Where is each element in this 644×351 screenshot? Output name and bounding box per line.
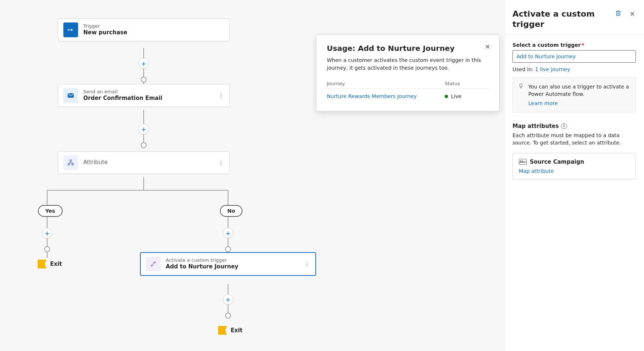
- attribute-card[interactable]: Abc Source Campaign Map attribute: [512, 153, 636, 180]
- col-status-header: Status: [445, 81, 489, 86]
- used-in-text: Used in: 1 live journey: [512, 66, 636, 72]
- panel-title: Activate a custom trigger: [512, 9, 597, 29]
- node-send-email[interactable]: Send an email Order Confirmation Email ⋮: [58, 84, 230, 107]
- node-activate-trigger[interactable]: Activate a custom trigger Add to Nurture…: [140, 252, 316, 276]
- node-more-menu[interactable]: ⋮: [218, 92, 224, 99]
- node-more-menu[interactable]: ⋮: [304, 261, 310, 268]
- add-step-button[interactable]: +: [139, 124, 149, 134]
- close-panel-button[interactable]: ✕: [629, 9, 636, 19]
- col-journey-header: Journey: [327, 81, 445, 86]
- custom-trigger-select[interactable]: Add to Nurture Journey: [512, 50, 636, 63]
- info-icon[interactable]: i: [561, 123, 567, 129]
- usage-journey-row: Nurture Rewards Members Journey Live: [327, 88, 489, 104]
- node-title: Add to Nurture Journey: [166, 263, 238, 271]
- usage-journey-link[interactable]: Nurture Rewards Members Journey: [327, 93, 445, 99]
- usage-status: Live: [451, 93, 462, 99]
- select-trigger-label: Select a custom trigger*: [512, 42, 636, 48]
- connector-node: [141, 77, 147, 83]
- exit-label: Exit: [231, 327, 242, 334]
- flag-icon: [38, 260, 46, 268]
- add-step-button[interactable]: +: [223, 294, 233, 305]
- usage-title: Usage: Add to Nurture Journey: [327, 44, 489, 53]
- learn-more-link[interactable]: Learn more: [528, 100, 558, 107]
- map-attributes-desc: Each attribute must be mapped to a data …: [512, 132, 636, 147]
- node-trigger[interactable]: Trigger New purchase: [58, 18, 230, 41]
- activate-trigger-icon: [146, 257, 161, 271]
- properties-panel: Activate a custom trigger ✕ Select a cus…: [504, 0, 644, 351]
- status-live-icon: [445, 95, 448, 98]
- node-title: New purchase: [83, 29, 127, 37]
- attribute-name: Source Campaign: [530, 159, 584, 165]
- close-button[interactable]: ✕: [483, 42, 493, 51]
- svg-point-18: [151, 265, 152, 266]
- trigger-icon: [63, 22, 78, 37]
- used-in-link[interactable]: 1 live journey: [535, 66, 570, 72]
- exit-marker: Exit: [218, 326, 242, 335]
- node-sub: Activate a custom trigger: [166, 257, 238, 263]
- delete-button[interactable]: [614, 9, 622, 19]
- node-attribute[interactable]: Attribute ⋮: [58, 151, 230, 174]
- add-step-button[interactable]: +: [223, 228, 233, 238]
- branch-yes[interactable]: Yes: [38, 205, 63, 217]
- flag-icon: [218, 326, 227, 335]
- add-step-button[interactable]: +: [42, 228, 52, 238]
- lightbulb-icon: [518, 83, 524, 91]
- email-icon: [63, 88, 78, 103]
- map-attributes-header: Map attributes i: [512, 123, 636, 129]
- svg-rect-20: [617, 11, 620, 15]
- add-step-button[interactable]: +: [139, 58, 149, 69]
- map-attribute-link[interactable]: Map attribute: [519, 168, 554, 174]
- node-title: Attribute: [83, 159, 108, 166]
- branch-no[interactable]: No: [220, 205, 242, 217]
- exit-label: Exit: [50, 261, 62, 267]
- svg-rect-12: [72, 164, 74, 165]
- node-more-menu[interactable]: ⋮: [218, 159, 224, 166]
- connector-node: [141, 142, 147, 148]
- node-title: Order Confirmation Email: [83, 95, 162, 102]
- tip-text: You can also use a trigger to activate a…: [528, 84, 629, 97]
- svg-rect-10: [70, 160, 72, 161]
- node-sub: Trigger: [83, 23, 127, 29]
- branch-icon: [63, 155, 78, 170]
- svg-rect-11: [68, 164, 70, 165]
- exit-marker: Exit: [38, 260, 62, 268]
- text-type-icon: Abc: [519, 159, 527, 165]
- svg-point-19: [154, 262, 155, 263]
- connector-node: [225, 313, 231, 319]
- connector-node: [44, 246, 50, 252]
- connector-node: [225, 246, 231, 252]
- node-sub: Send an email: [83, 89, 162, 95]
- usage-popup: Usage: Add to Nurture Journey ✕ When a c…: [316, 35, 500, 111]
- tip-callout: You can also use a trigger to activate a…: [512, 77, 636, 112]
- usage-description: When a customer activates the custom eve…: [327, 56, 489, 72]
